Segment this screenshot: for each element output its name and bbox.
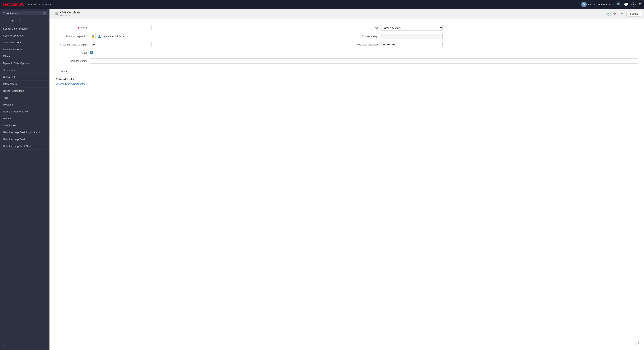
expires-label: Expires in days <box>347 35 381 38</box>
app-layout: ▽ ✕ ⊞ ★ ⏱ Syntax Editor Macros System Up… <box>0 0 644 350</box>
form-header-actions: 📎 ⚙ ••• Submit <box>605 11 641 17</box>
expires-input[interactable] <box>381 34 443 39</box>
tab-favorites[interactable]: ★ <box>10 18 16 24</box>
sidebar-nav: Syntax Editor Macros System Upgrades Sch… <box>0 25 50 342</box>
sidebar-item-help-desk-status[interactable]: Help the Help Desk Status <box>0 143 50 150</box>
sidebar-item-scheduled-jobs[interactable]: Scheduled Jobs <box>0 39 50 46</box>
form-submit-area: Submit <box>56 65 638 76</box>
sidebar-item-recent-selections[interactable]: Recent Selections <box>0 88 50 94</box>
back-nav-icon[interactable]: ⊙ <box>3 344 6 348</box>
nav-right: SA System Administrator ▾ 🔍 💬 ? ⚙ <box>581 2 642 7</box>
warn-row: ✱ Warn in days to expire <box>56 41 347 49</box>
form-submit-button[interactable]: Submit <box>56 68 71 74</box>
more-options-icon[interactable]: ••• <box>619 12 624 16</box>
type-select[interactable]: Java Key Store PKCS12 PEM <box>381 25 443 31</box>
notify-row: Notify on expiration 🔒 👤 System Administ… <box>56 32 347 41</box>
user-dropdown-arrow: ▾ <box>612 3 614 6</box>
logo: servicenow <box>2 2 24 7</box>
warn-label: ✱ Warn in days to expire <box>56 43 90 46</box>
name-field <box>90 25 347 30</box>
filter-icon: ▽ <box>4 12 5 15</box>
related-links-section: Related Links Validate Stores/Certificat… <box>56 78 638 85</box>
sidebar-item-tags[interactable]: Tags <box>0 94 50 101</box>
sidebar: ▽ ✕ ⊞ ★ ⏱ Syntax Editor Macros System Up… <box>0 9 50 350</box>
sidebar-item-modules[interactable]: Modules <box>0 101 50 108</box>
form-titles: X.509 Certificate New record <box>60 11 80 17</box>
keystore-label: Key store password <box>347 43 381 46</box>
sidebar-item-help-login-script[interactable]: Help the Help Desk Login Script <box>0 129 50 136</box>
sidebar-item-number-maintenance[interactable]: Number Maintenance <box>0 108 50 115</box>
back-button[interactable]: ‹ <box>52 12 53 16</box>
avatar: SA <box>581 2 587 7</box>
name-input[interactable] <box>90 25 152 30</box>
related-links-title: Related Links <box>56 78 638 81</box>
chat-icon[interactable]: 💬 <box>624 2 628 7</box>
expires-row: Expires in days <box>347 32 638 41</box>
form-header: ‹ ☰ X.509 Certificate New record 📎 ⚙ •••… <box>50 9 644 19</box>
sidebar-tabs: ⊞ ★ ⏱ <box>0 17 50 25</box>
keystore-field <box>381 42 638 47</box>
name-row: ✱ Name <box>56 24 347 32</box>
search-icon[interactable]: 🔍 <box>617 2 621 7</box>
notify-user-name: System Administrator <box>103 35 127 38</box>
settings-icon[interactable]: ⚙ <box>639 2 642 7</box>
type-field: Java Key Store PKCS12 PEM <box>381 25 638 31</box>
app-name: Service Management <box>28 3 51 6</box>
search-input[interactable] <box>6 12 42 15</box>
sidebar-item-help-desk[interactable]: Help the Help Desk <box>0 136 50 143</box>
name-label: ✱ Name <box>56 26 90 29</box>
type-row: Type Java Key Store PKCS12 PEM <box>347 24 638 32</box>
activity-clock-icon[interactable]: ⏱ <box>635 341 640 346</box>
logo-now: now <box>16 2 24 7</box>
active-field <box>90 51 347 55</box>
form-settings-icon[interactable]: ⚙ <box>612 11 617 17</box>
short-desc-input[interactable] <box>90 58 638 64</box>
form-body: ✱ Name Type Java Key Store PK <box>50 19 644 350</box>
validate-link[interactable]: Validate Stores/Certificates <box>56 83 86 85</box>
notify-field-inner: 🔒 👤 System Administrator <box>90 34 347 39</box>
sidebar-item-plugins[interactable]: Plugins <box>0 115 50 122</box>
help-icon[interactable]: ? <box>631 2 636 7</box>
keystore-row: Key store password <box>347 41 638 49</box>
clock-area: ⏱ <box>635 341 640 346</box>
notify-label: Notify on expiration <box>56 35 90 38</box>
type-label: Type <box>347 26 381 29</box>
sidebar-item-deleted-records[interactable]: Deleted Records <box>0 46 50 53</box>
short-desc-field <box>90 58 638 64</box>
sidebar-item-syntax-editor-macros[interactable]: Syntax Editor Macros <box>0 25 50 32</box>
form-main-title: X.509 Certificate <box>60 11 80 14</box>
top-navigation: servicenow Service Management SA System … <box>0 0 644 9</box>
warn-input[interactable] <box>90 42 152 47</box>
notify-person-icon[interactable]: 👤 <box>97 34 102 39</box>
search-box: ▽ ✕ <box>2 11 48 15</box>
warn-field <box>90 42 347 47</box>
logo-service: service <box>2 2 16 7</box>
optional-star: ✱ <box>59 43 61 46</box>
short-desc-label: Short description <box>56 60 90 62</box>
tab-grid[interactable]: ⊞ <box>2 18 8 24</box>
keystore-input[interactable] <box>381 42 443 47</box>
attach-icon[interactable]: 📎 <box>605 11 610 17</box>
active-right-empty <box>347 49 638 57</box>
notify-lock-icon[interactable]: 🔒 <box>90 34 96 39</box>
sidebar-item-interceptors[interactable]: Interceptors <box>0 81 50 88</box>
tab-history[interactable]: ⏱ <box>17 18 24 24</box>
sidebar-item-filters[interactable]: Filters <box>0 53 50 60</box>
active-checkbox[interactable] <box>90 51 93 54</box>
sidebar-item-dynamic-filter-options[interactable]: Dynamic Filter Options <box>0 60 50 67</box>
user-menu[interactable]: SA System Administrator ▾ <box>581 2 614 7</box>
sidebar-item-certificates[interactable]: Certificates <box>0 122 50 129</box>
sidebar-item-templates[interactable]: Templates <box>0 67 50 74</box>
sidebar-item-upload-file[interactable]: Upload File <box>0 74 50 81</box>
sidebar-item-system-upgrades[interactable]: System Upgrades <box>0 32 50 39</box>
logo-area: servicenow Service Management <box>2 2 51 7</box>
required-star: ✱ <box>77 26 80 29</box>
expires-field <box>381 34 638 39</box>
clear-search-button[interactable]: ✕ <box>43 12 46 15</box>
notify-field: 🔒 👤 System Administrator <box>90 34 347 39</box>
hamburger-menu-icon[interactable]: ☰ <box>55 12 58 16</box>
active-label: Active <box>56 52 90 54</box>
form-grid: ✱ Name Type Java Key Store PK <box>56 24 638 57</box>
sidebar-search-area: ▽ ✕ <box>0 9 50 17</box>
header-submit-button[interactable]: Submit <box>626 11 641 17</box>
